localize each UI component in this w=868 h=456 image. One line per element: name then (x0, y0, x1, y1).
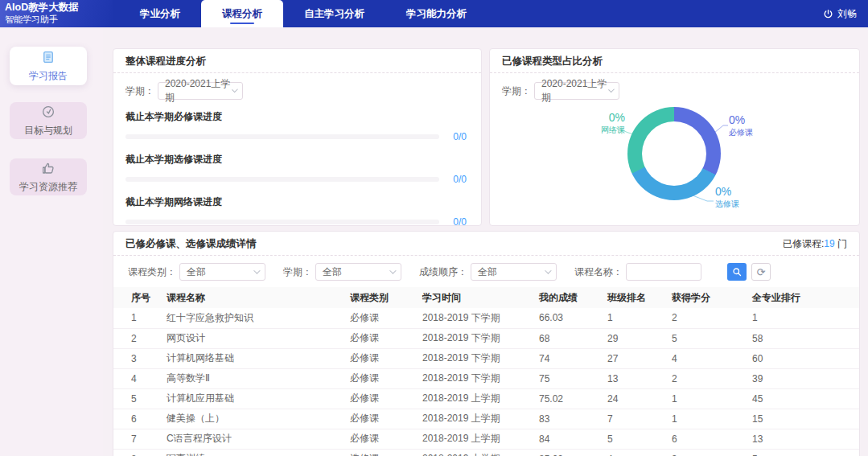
app-title: AIoD教学大数据 (5, 2, 113, 14)
chevron-down-icon (232, 87, 238, 93)
table-column-header: 班级排名 (604, 287, 668, 308)
sidebar-item-label: 学习资源推荐 (19, 180, 77, 194)
report-icon (41, 50, 56, 64)
course-name-input[interactable] (626, 263, 701, 281)
donut-label-required: 0% 必修课 (729, 114, 753, 137)
table-cell: 15 (749, 409, 859, 429)
tab-learning-ability-analysis[interactable]: 学习能力分析 (385, 0, 487, 27)
table-column-header: 课程名称 (163, 287, 347, 308)
sidebar-item-label: 学习报告 (29, 69, 68, 83)
filter-score-order: 成绩顺序： 全部 (419, 263, 557, 281)
scores-panel-header: 已修必修课、选修课成绩详情 已修课程:19 门 (113, 232, 859, 256)
search-button[interactable] (727, 263, 747, 281)
filter-course-type: 课程类别： 全部 (128, 263, 265, 281)
table-cell: 7 (113, 429, 163, 449)
progress-bar (125, 134, 439, 139)
progress-item-elective: 截止本学期选修课进度 0/0 (125, 153, 467, 185)
table-cell: 高等数学Ⅱ (163, 368, 347, 388)
sidebar: 学习报告 目标与规划 学习资源推荐 (0, 27, 103, 456)
table-cell: 必修课 (347, 328, 419, 348)
sidebar-item-label: 目标与规划 (24, 124, 72, 138)
table-cell: 计算机网络基础 (163, 348, 347, 368)
main-content: 整体课程进度分析 学期： 2020-2021上学期 截止本学期必修课进度 0/0… (103, 27, 868, 456)
table-column-header: 序号 (113, 287, 163, 308)
table-cell: 68 (536, 328, 604, 348)
chevron-down-icon (389, 267, 396, 273)
progress-item-online: 截止本学期网络课进度 0/0 (125, 195, 467, 228)
donut-leader-lines (490, 99, 859, 227)
table-row: 1红十字应急救护知识必修课2018-2019 下学期66.03121 (113, 308, 859, 328)
table-cell: 2018-2019 上学期 (419, 409, 536, 429)
table-row: 3计算机网络基础必修课2018-2019 下学期7427460 (113, 348, 859, 368)
table-cell: 24 (604, 388, 668, 409)
sidebar-item-resource-recommend[interactable]: 学习资源推荐 (10, 158, 87, 195)
table-cell: 3 (113, 348, 163, 368)
table-cell: 军事训练 (163, 449, 347, 456)
table-cell: 选修课 (347, 449, 419, 456)
score-order-select[interactable]: 全部 (471, 263, 557, 281)
refresh-icon: ⟳ (757, 266, 766, 278)
table-cell: 必修课 (347, 409, 419, 429)
table-cell: 3 (668, 449, 749, 456)
table-row: 7C语言程序设计必修课2018-2019 上学期845613 (113, 429, 859, 449)
table-row: 8军事训练选修课2018-2019 上学期85.02435 (113, 449, 859, 456)
tab-academic-analysis[interactable]: 学业分析 (119, 0, 201, 27)
progress-item-required: 截止本学期必修课进度 0/0 (125, 110, 467, 142)
sidebar-item-learning-report[interactable]: 学习报告 (10, 47, 87, 85)
table-cell: 4 (668, 348, 749, 368)
table-row: 6健美操（上）必修课2018-2019 上学期837115 (113, 409, 859, 429)
table-row: 4高等数学Ⅱ必修课2018-2019 下学期7513239 (113, 368, 859, 388)
table-cell: 2 (113, 328, 163, 348)
progress-bar (125, 220, 439, 224)
semester-select[interactable]: 2020-2021上学期 (534, 82, 619, 100)
table-cell: 5 (113, 388, 163, 409)
app-logo: AIoD教学大数据 智能学习助手 (0, 0, 113, 27)
table-cell: 5 (749, 449, 859, 456)
table-cell: 2018-2019 下学期 (419, 308, 536, 328)
table-cell: 7 (604, 409, 668, 429)
scores-panel-title: 已修必修课、选修课成绩详情 (125, 232, 257, 255)
table-cell: 必修课 (347, 308, 419, 328)
app-header: AIoD教学大数据 智能学习助手 学业分析 课程分析 自主学习分析 学习能力分析… (0, 0, 868, 27)
scores-table: 序号课程名称课程类别学习时间我的成绩班级排名获得学分全专业排行 1红十字应急救护… (113, 287, 859, 456)
table-cell: 58 (749, 328, 859, 348)
course-type-panel-title: 已修课程类型占比分析 (490, 49, 859, 73)
table-body: 1红十字应急救护知识必修课2018-2019 下学期66.031212网页设计必… (113, 308, 859, 456)
table-cell: 75 (536, 368, 604, 388)
semester-select[interactable]: 全部 (315, 263, 401, 281)
table-cell: 计算机应用基础 (163, 388, 347, 409)
table-cell: 84 (536, 429, 604, 449)
semester-label: 学期： (125, 84, 154, 98)
table-column-header: 课程类别 (347, 287, 419, 308)
table-column-header: 学习时间 (419, 287, 536, 308)
refresh-button[interactable]: ⟳ (751, 263, 771, 281)
tab-course-analysis[interactable]: 课程分析 (201, 0, 283, 27)
table-cell: 74 (536, 348, 604, 368)
table-cell: 必修课 (347, 429, 419, 449)
semester-filter-row: 学期： 2020-2021上学期 (125, 82, 481, 100)
progress-panel: 整体课程进度分析 学期： 2020-2021上学期 截止本学期必修课进度 0/0… (113, 48, 482, 226)
table-cell: 2018-2019 下学期 (419, 328, 536, 348)
course-type-panel: 已修课程类型占比分析 学期： 2020-2021上学期 0% 网络课 0% (489, 48, 860, 226)
power-icon[interactable] (823, 9, 833, 19)
table-cell: 网页设计 (163, 328, 347, 348)
table-cell: 6 (113, 409, 163, 429)
table-cell: 13 (749, 429, 859, 449)
chevron-down-icon (608, 87, 615, 93)
semester-label: 学期： (502, 84, 531, 98)
chevron-down-icon (253, 267, 260, 273)
completed-courses-count: 19 (824, 238, 834, 249)
donut-label-online: 0% 网络课 (583, 112, 625, 134)
table-cell: 4 (604, 449, 668, 456)
course-type-select[interactable]: 全部 (179, 263, 265, 281)
tab-self-study-analysis[interactable]: 自主学习分析 (283, 0, 385, 27)
user-logout-area[interactable]: 刘畅 (823, 0, 857, 27)
table-cell: 1 (668, 409, 749, 429)
user-name: 刘畅 (837, 7, 857, 21)
semester-select[interactable]: 2020-2021上学期 (158, 82, 243, 100)
table-filters: 课程类别： 全部 学期： 全部 成绩顺序： 全部 (128, 262, 859, 281)
table-cell: 必修课 (347, 348, 419, 368)
table-cell: 1 (749, 308, 859, 328)
table-row: 2网页设计必修课2018-2019 下学期6829558 (113, 328, 859, 348)
sidebar-item-goals-planning[interactable]: 目标与规划 (10, 102, 87, 139)
